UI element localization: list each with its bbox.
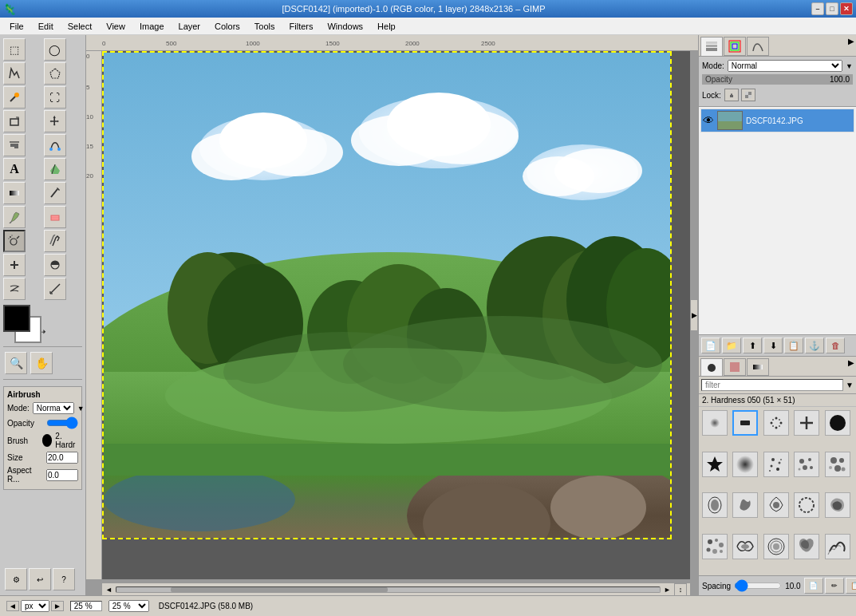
zoom-level-select[interactable]: 25 % 50 % 100 % [108, 600, 149, 612]
close-button[interactable]: ✕ [840, 2, 853, 15]
menu-item-image[interactable]: Image [133, 20, 171, 33]
maximize-button[interactable]: □ [826, 2, 838, 15]
copy-brush-button[interactable]: 📋 [846, 578, 856, 594]
text-tool[interactable]: A [3, 158, 26, 180]
new-layer-group-button[interactable]: 📁 [722, 338, 741, 353]
layer-row[interactable]: 👁 DSCF0142.JPG [700, 109, 854, 132]
brush-item-scatter-md[interactable] [794, 452, 819, 477]
brush-item-hard-circle[interactable] [825, 410, 850, 436]
canvas-scroll-wrapper[interactable] [102, 51, 690, 579]
zoom-icon[interactable]: 🔍 [5, 352, 27, 374]
anchor-layer-button[interactable]: ⚓ [805, 338, 824, 353]
hand-tool[interactable]: ✋ [30, 352, 53, 374]
raise-layer-button[interactable]: ⬆ [743, 338, 762, 353]
menu-item-help[interactable]: Help [371, 20, 402, 33]
aspect-ratio-input[interactable] [46, 469, 78, 481]
scroll-right-btn[interactable]: ► [664, 586, 671, 594]
brush-filter-input[interactable] [701, 379, 843, 391]
free-select-tool[interactable] [3, 62, 26, 85]
brush-item-soft-sm[interactable] [702, 410, 728, 436]
brush-item-blob-5[interactable] [825, 492, 850, 518]
opacity-slider[interactable] [46, 417, 78, 429]
zoom-percent-display[interactable]: 25 % [70, 601, 102, 611]
brush-item-texture-1[interactable] [702, 534, 728, 559]
channels-tab-icon[interactable] [724, 37, 746, 56]
smudge-tool[interactable] [3, 278, 26, 300]
brush-item-scatter-sm[interactable] [763, 452, 789, 477]
menu-item-colors[interactable]: Colors [208, 20, 247, 33]
delete-layer-button[interactable]: 🗑 [826, 338, 845, 353]
spacing-slider[interactable] [734, 579, 782, 592]
brushes-circles-tab[interactable] [700, 358, 723, 376]
duplicate-layer-button[interactable]: 📋 [784, 338, 803, 353]
brush-item-scatter-lg[interactable] [825, 452, 850, 477]
menu-item-file[interactable]: File [3, 20, 30, 33]
brush-item-blob-1[interactable] [702, 492, 728, 518]
brush-item-plus[interactable] [794, 410, 819, 436]
clone-tool[interactable] [44, 230, 66, 252]
h-scroll-thumb[interactable] [171, 587, 388, 592]
zoom-in-icon[interactable]: ► [51, 601, 64, 611]
brush-filter-dropdown-icon[interactable]: ▼ [846, 381, 854, 389]
ellipse-select-tool[interactable]: ◯ [44, 38, 66, 61]
gradient-tool[interactable] [3, 182, 26, 204]
history-icon[interactable]: ↩ [29, 568, 51, 590]
crop-tool[interactable]: ⛶ [44, 86, 66, 109]
size-input[interactable] [46, 452, 78, 464]
unit-select[interactable]: px % cm [21, 600, 49, 612]
new-layer-button[interactable]: 📄 [701, 338, 720, 353]
brush-item-blob-4[interactable] [794, 492, 819, 518]
panel-scroll-right[interactable]: ▶ [848, 37, 854, 56]
menu-item-windows[interactable]: Windows [321, 20, 369, 33]
foreground-color-swatch[interactable] [3, 305, 30, 332]
brush-item-soft-lg[interactable] [732, 452, 758, 477]
paths-tab-icon[interactable] [747, 37, 769, 56]
new-brush-button[interactable]: 📄 [804, 578, 823, 594]
horizontal-scrollbar[interactable]: ◄ ► ↕ [102, 582, 690, 595]
airbrush-tool[interactable] [3, 230, 26, 252]
brush-item-texture-4[interactable] [794, 534, 819, 559]
mode-select[interactable]: Normal [33, 402, 74, 414]
help-icon[interactable]: ? [53, 568, 75, 590]
minimize-button[interactable]: – [811, 2, 824, 15]
lock-paint-icon[interactable] [724, 89, 739, 101]
dodge-burn-tool[interactable] [44, 254, 66, 276]
rectangle-select-tool[interactable]: ⬚ [3, 38, 26, 61]
scroll-left-btn[interactable]: ◄ [105, 586, 112, 594]
layer-mode-select[interactable]: Normal [728, 60, 842, 72]
edit-brush-button[interactable]: ✏ [825, 578, 844, 594]
color-picker-tool[interactable] [3, 86, 26, 109]
zoom-out-icon[interactable]: ◄ [6, 601, 19, 611]
brush-item-texture-5[interactable] [825, 534, 850, 559]
menu-item-filters[interactable]: Filters [283, 20, 320, 33]
pencil-tool[interactable] [44, 182, 66, 204]
layer-visibility-eye[interactable]: 👁 [703, 114, 714, 127]
paths-tool[interactable] [44, 134, 66, 156]
layers-tab-icon[interactable] [700, 37, 723, 56]
lock-alpha-icon[interactable] [741, 89, 755, 101]
menu-item-layer[interactable]: Layer [172, 20, 207, 33]
brushes-patterns-tab[interactable] [724, 358, 746, 376]
menu-item-edit[interactable]: Edit [32, 20, 60, 33]
h-scroll-track[interactable] [116, 586, 661, 593]
brush-item-star[interactable] [702, 452, 728, 477]
lower-layer-button[interactable]: ⬇ [763, 338, 783, 353]
bucket-fill-tool[interactable] [44, 158, 66, 180]
menu-item-view[interactable]: View [100, 20, 132, 33]
align-tool[interactable] [3, 134, 26, 156]
brush-item-texture-3[interactable] [763, 534, 789, 559]
eraser-tool[interactable] [44, 206, 66, 228]
expand-right-arrow[interactable]: ▶ [690, 299, 698, 331]
rotate-tool[interactable] [3, 110, 26, 132]
config-icon[interactable]: ⚙ [5, 568, 27, 590]
fuzzy-select-tool[interactable] [44, 62, 66, 85]
brush-item-blob-2[interactable] [732, 492, 758, 518]
brushes-panel-scroll[interactable]: ▶ [848, 358, 854, 376]
menu-item-select[interactable]: Select [61, 20, 99, 33]
heal-tool[interactable] [3, 254, 26, 276]
menu-item-tools[interactable]: Tools [248, 20, 282, 33]
move-tool[interactable] [44, 110, 66, 132]
brush-item-dots-cross[interactable] [763, 410, 789, 436]
brush-item-blob-3[interactable] [763, 492, 789, 518]
brushes-gradients-tab[interactable] [747, 358, 769, 376]
